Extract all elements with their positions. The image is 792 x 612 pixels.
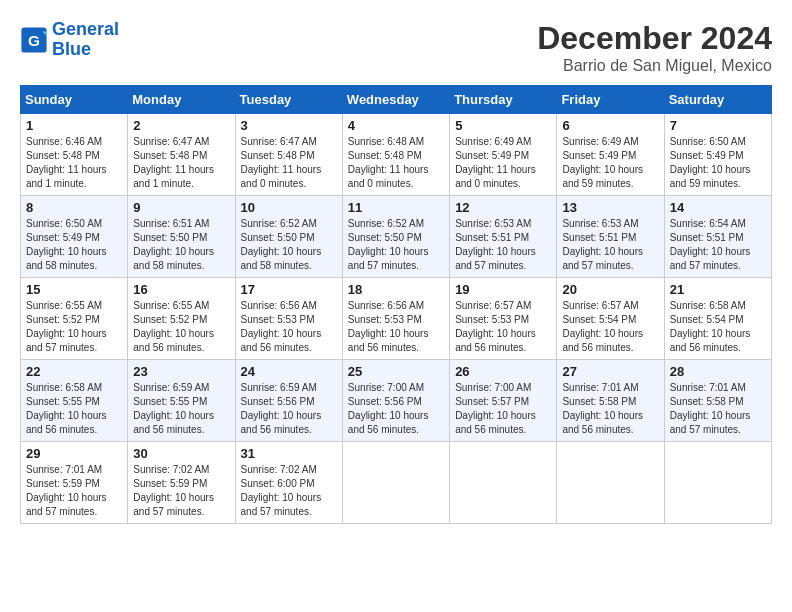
day-cell-3-1: 23 Sunrise: 6:59 AM Sunset: 5:55 PM Dayl… [128, 360, 235, 442]
day-info: Sunrise: 6:56 AM Sunset: 5:53 PM Dayligh… [241, 299, 337, 355]
day-cell-2-6: 21 Sunrise: 6:58 AM Sunset: 5:54 PM Dayl… [664, 278, 771, 360]
header-wednesday: Wednesday [342, 86, 449, 114]
day-number: 21 [670, 282, 766, 297]
day-cell-0-6: 7 Sunrise: 6:50 AM Sunset: 5:49 PM Dayli… [664, 114, 771, 196]
day-cell-4-1: 30 Sunrise: 7:02 AM Sunset: 5:59 PM Dayl… [128, 442, 235, 524]
day-info: Sunrise: 6:53 AM Sunset: 5:51 PM Dayligh… [562, 217, 658, 273]
day-cell-2-1: 16 Sunrise: 6:55 AM Sunset: 5:52 PM Dayl… [128, 278, 235, 360]
day-number: 29 [26, 446, 122, 461]
day-cell-0-3: 4 Sunrise: 6:48 AM Sunset: 5:48 PM Dayli… [342, 114, 449, 196]
day-info: Sunrise: 6:50 AM Sunset: 5:49 PM Dayligh… [26, 217, 122, 273]
day-info: Sunrise: 6:46 AM Sunset: 5:48 PM Dayligh… [26, 135, 122, 191]
day-info: Sunrise: 6:56 AM Sunset: 5:53 PM Dayligh… [348, 299, 444, 355]
day-number: 1 [26, 118, 122, 133]
week-row-1: 1 Sunrise: 6:46 AM Sunset: 5:48 PM Dayli… [21, 114, 772, 196]
day-info: Sunrise: 6:49 AM Sunset: 5:49 PM Dayligh… [455, 135, 551, 191]
logo-line2: Blue [52, 39, 91, 59]
day-number: 13 [562, 200, 658, 215]
calendar-table: SundayMondayTuesdayWednesdayThursdayFrid… [20, 85, 772, 524]
day-number: 23 [133, 364, 229, 379]
logo-icon: G [20, 26, 48, 54]
day-info: Sunrise: 7:02 AM Sunset: 6:00 PM Dayligh… [241, 463, 337, 519]
day-info: Sunrise: 7:01 AM Sunset: 5:58 PM Dayligh… [670, 381, 766, 437]
day-number: 15 [26, 282, 122, 297]
day-info: Sunrise: 6:52 AM Sunset: 5:50 PM Dayligh… [348, 217, 444, 273]
day-cell-4-0: 29 Sunrise: 7:01 AM Sunset: 5:59 PM Dayl… [21, 442, 128, 524]
day-info: Sunrise: 6:53 AM Sunset: 5:51 PM Dayligh… [455, 217, 551, 273]
day-info: Sunrise: 6:55 AM Sunset: 5:52 PM Dayligh… [26, 299, 122, 355]
day-info: Sunrise: 6:57 AM Sunset: 5:53 PM Dayligh… [455, 299, 551, 355]
day-cell-2-2: 17 Sunrise: 6:56 AM Sunset: 5:53 PM Dayl… [235, 278, 342, 360]
day-info: Sunrise: 6:55 AM Sunset: 5:52 PM Dayligh… [133, 299, 229, 355]
day-number: 11 [348, 200, 444, 215]
day-info: Sunrise: 6:51 AM Sunset: 5:50 PM Dayligh… [133, 217, 229, 273]
logo-text: General Blue [52, 20, 119, 60]
header-thursday: Thursday [450, 86, 557, 114]
day-cell-3-0: 22 Sunrise: 6:58 AM Sunset: 5:55 PM Dayl… [21, 360, 128, 442]
day-info: Sunrise: 6:59 AM Sunset: 5:55 PM Dayligh… [133, 381, 229, 437]
day-cell-1-0: 8 Sunrise: 6:50 AM Sunset: 5:49 PM Dayli… [21, 196, 128, 278]
day-info: Sunrise: 6:57 AM Sunset: 5:54 PM Dayligh… [562, 299, 658, 355]
day-cell-0-4: 5 Sunrise: 6:49 AM Sunset: 5:49 PM Dayli… [450, 114, 557, 196]
day-info: Sunrise: 6:50 AM Sunset: 5:49 PM Dayligh… [670, 135, 766, 191]
day-cell-3-6: 28 Sunrise: 7:01 AM Sunset: 5:58 PM Dayl… [664, 360, 771, 442]
week-row-2: 8 Sunrise: 6:50 AM Sunset: 5:49 PM Dayli… [21, 196, 772, 278]
day-info: Sunrise: 7:01 AM Sunset: 5:58 PM Dayligh… [562, 381, 658, 437]
day-number: 31 [241, 446, 337, 461]
day-cell-0-2: 3 Sunrise: 6:47 AM Sunset: 5:48 PM Dayli… [235, 114, 342, 196]
svg-text:G: G [28, 31, 40, 48]
day-info: Sunrise: 6:58 AM Sunset: 5:55 PM Dayligh… [26, 381, 122, 437]
day-number: 19 [455, 282, 551, 297]
week-row-3: 15 Sunrise: 6:55 AM Sunset: 5:52 PM Dayl… [21, 278, 772, 360]
title-area: December 2024 Barrio de San Miguel, Mexi… [537, 20, 772, 75]
day-info: Sunrise: 7:02 AM Sunset: 5:59 PM Dayligh… [133, 463, 229, 519]
day-cell-3-2: 24 Sunrise: 6:59 AM Sunset: 5:56 PM Dayl… [235, 360, 342, 442]
day-number: 4 [348, 118, 444, 133]
day-cell-3-3: 25 Sunrise: 7:00 AM Sunset: 5:56 PM Dayl… [342, 360, 449, 442]
day-info: Sunrise: 7:00 AM Sunset: 5:57 PM Dayligh… [455, 381, 551, 437]
day-number: 5 [455, 118, 551, 133]
day-cell-2-3: 18 Sunrise: 6:56 AM Sunset: 5:53 PM Dayl… [342, 278, 449, 360]
day-cell-0-1: 2 Sunrise: 6:47 AM Sunset: 5:48 PM Dayli… [128, 114, 235, 196]
day-cell-1-6: 14 Sunrise: 6:54 AM Sunset: 5:51 PM Dayl… [664, 196, 771, 278]
day-cell-2-5: 20 Sunrise: 6:57 AM Sunset: 5:54 PM Dayl… [557, 278, 664, 360]
header-sunday: Sunday [21, 86, 128, 114]
day-cell-1-5: 13 Sunrise: 6:53 AM Sunset: 5:51 PM Dayl… [557, 196, 664, 278]
day-cell-4-4 [450, 442, 557, 524]
day-number: 20 [562, 282, 658, 297]
day-number: 17 [241, 282, 337, 297]
day-number: 26 [455, 364, 551, 379]
day-cell-1-4: 12 Sunrise: 6:53 AM Sunset: 5:51 PM Dayl… [450, 196, 557, 278]
day-number: 27 [562, 364, 658, 379]
day-cell-4-2: 31 Sunrise: 7:02 AM Sunset: 6:00 PM Dayl… [235, 442, 342, 524]
day-cell-0-5: 6 Sunrise: 6:49 AM Sunset: 5:49 PM Dayli… [557, 114, 664, 196]
logo-line1: General [52, 19, 119, 39]
header-monday: Monday [128, 86, 235, 114]
logo: G General Blue [20, 20, 119, 60]
header-tuesday: Tuesday [235, 86, 342, 114]
day-info: Sunrise: 7:01 AM Sunset: 5:59 PM Dayligh… [26, 463, 122, 519]
day-cell-1-1: 9 Sunrise: 6:51 AM Sunset: 5:50 PM Dayli… [128, 196, 235, 278]
day-number: 28 [670, 364, 766, 379]
day-number: 9 [133, 200, 229, 215]
day-number: 30 [133, 446, 229, 461]
day-number: 6 [562, 118, 658, 133]
day-cell-3-4: 26 Sunrise: 7:00 AM Sunset: 5:57 PM Dayl… [450, 360, 557, 442]
day-info: Sunrise: 6:47 AM Sunset: 5:48 PM Dayligh… [241, 135, 337, 191]
day-cell-2-0: 15 Sunrise: 6:55 AM Sunset: 5:52 PM Dayl… [21, 278, 128, 360]
day-cell-0-0: 1 Sunrise: 6:46 AM Sunset: 5:48 PM Dayli… [21, 114, 128, 196]
day-number: 22 [26, 364, 122, 379]
day-info: Sunrise: 6:54 AM Sunset: 5:51 PM Dayligh… [670, 217, 766, 273]
day-cell-4-5 [557, 442, 664, 524]
day-cell-3-5: 27 Sunrise: 7:01 AM Sunset: 5:58 PM Dayl… [557, 360, 664, 442]
day-number: 24 [241, 364, 337, 379]
month-title: December 2024 [537, 20, 772, 57]
day-info: Sunrise: 6:48 AM Sunset: 5:48 PM Dayligh… [348, 135, 444, 191]
location-title: Barrio de San Miguel, Mexico [537, 57, 772, 75]
day-cell-1-2: 10 Sunrise: 6:52 AM Sunset: 5:50 PM Dayl… [235, 196, 342, 278]
day-number: 8 [26, 200, 122, 215]
header-row: SundayMondayTuesdayWednesdayThursdayFrid… [21, 86, 772, 114]
day-number: 2 [133, 118, 229, 133]
header: G General Blue December 2024 Barrio de S… [20, 20, 772, 75]
day-info: Sunrise: 6:58 AM Sunset: 5:54 PM Dayligh… [670, 299, 766, 355]
